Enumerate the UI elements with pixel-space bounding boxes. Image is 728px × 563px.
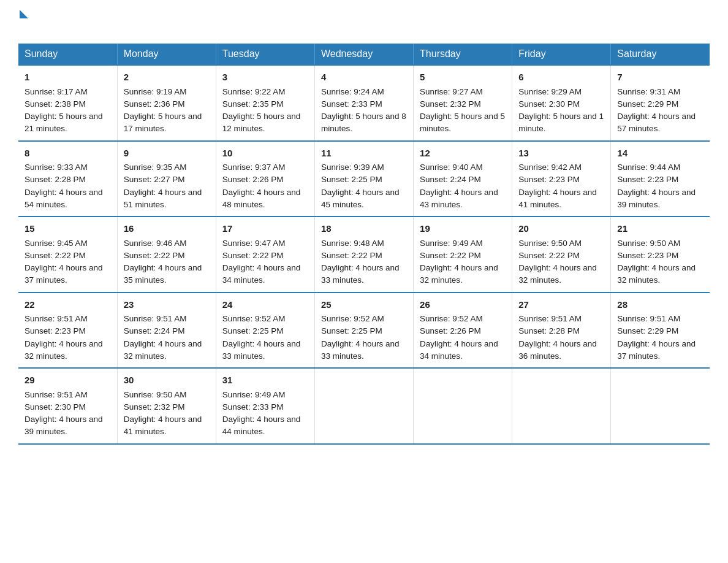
sunset-text: Sunset: 2:29 PM xyxy=(617,326,678,335)
sunrise-text: Sunrise: 9:17 AM xyxy=(25,87,88,96)
daylight-text: Daylight: 5 hours and 21 minutes. xyxy=(25,112,103,133)
calendar-cell: 21Sunrise: 9:50 AMSunset: 2:23 PMDayligh… xyxy=(611,216,710,293)
calendar-cell xyxy=(512,368,611,444)
day-number: 17 xyxy=(222,222,308,236)
calendar-cell: 4Sunrise: 9:24 AMSunset: 2:33 PMDaylight… xyxy=(314,65,413,141)
daylight-text: Daylight: 4 hours and 48 minutes. xyxy=(222,188,301,209)
calendar-cell: 30Sunrise: 9:50 AMSunset: 2:32 PMDayligh… xyxy=(117,368,216,444)
daylight-text: Daylight: 5 hours and 8 minutes. xyxy=(321,112,406,133)
day-number: 28 xyxy=(617,298,703,312)
sunrise-text: Sunrise: 9:24 AM xyxy=(321,87,384,96)
daylight-text: Daylight: 4 hours and 33 minutes. xyxy=(222,339,301,361)
day-number: 29 xyxy=(25,373,111,388)
sunrise-text: Sunrise: 9:52 AM xyxy=(321,314,384,323)
day-number: 27 xyxy=(518,298,604,312)
calendar-cell: 11Sunrise: 9:39 AMSunset: 2:25 PMDayligh… xyxy=(314,141,413,217)
day-number: 16 xyxy=(124,222,210,236)
sunrise-text: Sunrise: 9:31 AM xyxy=(617,87,680,96)
daylight-text: Daylight: 4 hours and 37 minutes. xyxy=(25,263,103,285)
sunrise-text: Sunrise: 9:49 AM xyxy=(420,239,483,248)
sunset-text: Sunset: 2:30 PM xyxy=(518,99,580,109)
calendar-cell: 31Sunrise: 9:49 AMSunset: 2:33 PMDayligh… xyxy=(216,368,314,444)
daylight-text: Daylight: 4 hours and 32 minutes. xyxy=(124,339,202,361)
calendar-cell: 24Sunrise: 9:52 AMSunset: 2:25 PMDayligh… xyxy=(216,293,314,369)
day-number: 23 xyxy=(124,298,210,312)
sunrise-text: Sunrise: 9:27 AM xyxy=(420,87,483,96)
calendar-cell: 26Sunrise: 9:52 AMSunset: 2:26 PMDayligh… xyxy=(414,293,512,369)
logo-arrow-icon xyxy=(20,10,28,18)
sunrise-text: Sunrise: 9:52 AM xyxy=(222,314,286,323)
day-number: 18 xyxy=(321,222,407,236)
page-header xyxy=(18,12,710,37)
sunrise-text: Sunrise: 9:44 AM xyxy=(617,163,680,172)
day-number: 3 xyxy=(222,71,308,85)
calendar-cell: 7Sunrise: 9:31 AMSunset: 2:29 PMDaylight… xyxy=(611,65,710,141)
day-number: 10 xyxy=(222,147,308,161)
sunrise-text: Sunrise: 9:19 AM xyxy=(124,87,187,96)
calendar-week-3: 15Sunrise: 9:45 AMSunset: 2:22 PMDayligh… xyxy=(18,216,710,293)
sunset-text: Sunset: 2:28 PM xyxy=(518,326,580,335)
day-number: 15 xyxy=(25,222,111,236)
sunrise-text: Sunrise: 9:37 AM xyxy=(222,163,286,172)
sunrise-text: Sunrise: 9:48 AM xyxy=(321,239,384,248)
sunrise-text: Sunrise: 9:33 AM xyxy=(25,163,88,172)
sunrise-text: Sunrise: 9:40 AM xyxy=(420,163,483,172)
daylight-text: Daylight: 4 hours and 35 minutes. xyxy=(124,263,202,285)
day-number: 22 xyxy=(25,298,111,312)
sunset-text: Sunset: 2:36 PM xyxy=(124,99,185,109)
sunset-text: Sunset: 2:26 PM xyxy=(420,326,481,335)
sunset-text: Sunset: 2:29 PM xyxy=(617,99,678,109)
weekday-header-tuesday: Tuesday xyxy=(216,44,314,65)
calendar-cell: 18Sunrise: 9:48 AMSunset: 2:22 PMDayligh… xyxy=(314,216,413,293)
day-number: 4 xyxy=(321,71,407,85)
sunrise-text: Sunrise: 9:52 AM xyxy=(420,314,483,323)
daylight-text: Daylight: 4 hours and 39 minutes. xyxy=(25,415,103,436)
day-number: 25 xyxy=(321,298,407,312)
sunrise-text: Sunrise: 9:35 AM xyxy=(124,163,187,172)
calendar-cell: 6Sunrise: 9:29 AMSunset: 2:30 PMDaylight… xyxy=(512,65,611,141)
sunrise-text: Sunrise: 9:39 AM xyxy=(321,163,384,172)
daylight-text: Daylight: 4 hours and 57 minutes. xyxy=(617,112,696,133)
day-number: 9 xyxy=(124,147,210,161)
day-number: 30 xyxy=(124,373,210,388)
sunrise-text: Sunrise: 9:50 AM xyxy=(124,390,187,399)
daylight-text: Daylight: 4 hours and 44 minutes. xyxy=(222,415,301,436)
day-number: 12 xyxy=(420,147,506,161)
weekday-header-wednesday: Wednesday xyxy=(314,44,413,65)
sunrise-text: Sunrise: 9:49 AM xyxy=(222,390,286,399)
sunset-text: Sunset: 2:30 PM xyxy=(25,402,86,412)
sunset-text: Sunset: 2:33 PM xyxy=(222,402,284,412)
calendar-cell: 15Sunrise: 9:45 AMSunset: 2:22 PMDayligh… xyxy=(18,216,117,293)
sunset-text: Sunset: 2:23 PM xyxy=(518,175,580,184)
daylight-text: Daylight: 4 hours and 34 minutes. xyxy=(420,339,498,361)
calendar-week-5: 29Sunrise: 9:51 AMSunset: 2:30 PMDayligh… xyxy=(18,368,710,444)
sunset-text: Sunset: 2:22 PM xyxy=(124,251,185,260)
sunrise-text: Sunrise: 9:22 AM xyxy=(222,87,286,96)
day-number: 11 xyxy=(321,147,407,161)
calendar-cell: 16Sunrise: 9:46 AMSunset: 2:22 PMDayligh… xyxy=(117,216,216,293)
sunset-text: Sunset: 2:32 PM xyxy=(124,402,185,412)
calendar-cell: 5Sunrise: 9:27 AMSunset: 2:32 PMDaylight… xyxy=(414,65,512,141)
day-number: 19 xyxy=(420,222,506,236)
daylight-text: Daylight: 4 hours and 45 minutes. xyxy=(321,188,400,209)
calendar-table: SundayMondayTuesdayWednesdayThursdayFrid… xyxy=(18,44,710,445)
sunset-text: Sunset: 2:32 PM xyxy=(420,99,481,109)
daylight-text: Daylight: 5 hours and 17 minutes. xyxy=(124,112,202,133)
calendar-cell: 19Sunrise: 9:49 AMSunset: 2:22 PMDayligh… xyxy=(414,216,512,293)
calendar-cell: 8Sunrise: 9:33 AMSunset: 2:28 PMDaylight… xyxy=(18,141,117,217)
calendar-cell: 13Sunrise: 9:42 AMSunset: 2:23 PMDayligh… xyxy=(512,141,611,217)
sunset-text: Sunset: 2:23 PM xyxy=(617,175,678,184)
calendar-cell: 29Sunrise: 9:51 AMSunset: 2:30 PMDayligh… xyxy=(18,368,117,444)
day-number: 14 xyxy=(617,147,703,161)
sunrise-text: Sunrise: 9:50 AM xyxy=(518,239,582,248)
calendar-cell: 28Sunrise: 9:51 AMSunset: 2:29 PMDayligh… xyxy=(611,293,710,369)
daylight-text: Daylight: 4 hours and 33 minutes. xyxy=(321,263,400,285)
daylight-text: Daylight: 4 hours and 32 minutes. xyxy=(25,339,103,361)
calendar-cell: 12Sunrise: 9:40 AMSunset: 2:24 PMDayligh… xyxy=(414,141,512,217)
sunrise-text: Sunrise: 9:51 AM xyxy=(25,314,88,323)
day-number: 26 xyxy=(420,298,506,312)
sunrise-text: Sunrise: 9:51 AM xyxy=(518,314,582,323)
weekday-header-friday: Friday xyxy=(512,44,611,65)
day-number: 20 xyxy=(518,222,604,236)
day-number: 31 xyxy=(222,373,308,388)
